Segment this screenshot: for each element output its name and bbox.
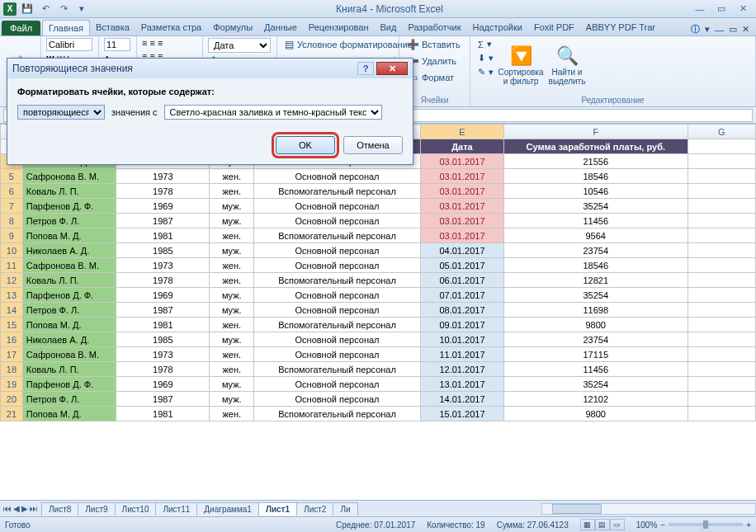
child-max-icon[interactable]: ▭ (729, 24, 737, 35)
align-top-icon[interactable]: ≡ (142, 38, 147, 48)
ribbon-tab[interactable]: Надстройки (467, 20, 528, 35)
cell[interactable]: 35254 (503, 199, 687, 214)
ribbon-tab[interactable]: Разработчик (402, 20, 466, 35)
cell[interactable] (687, 169, 755, 184)
cell[interactable]: 14.01.2017 (421, 392, 504, 407)
cell[interactable]: 03.01.2017 (421, 228, 504, 243)
cancel-button[interactable]: Отмена (343, 136, 403, 154)
align-mid-icon[interactable]: ≡ (149, 38, 154, 48)
dialog-titlebar[interactable]: Повторяющиеся значения ? ✕ (7, 59, 413, 78)
column-header[interactable]: F (503, 125, 687, 139)
cell[interactable] (687, 347, 755, 362)
find-select-button[interactable]: 🔍Найти и выделить (546, 38, 588, 94)
cell[interactable]: жен. (210, 318, 254, 332)
cell[interactable]: жен. (210, 169, 254, 184)
cell[interactable]: 11456 (503, 362, 687, 377)
zoom-slider[interactable] (669, 523, 743, 526)
row-header[interactable]: 16 (1, 332, 23, 347)
cell[interactable] (687, 377, 755, 392)
cell[interactable]: 15.01.2017 (421, 407, 504, 421)
horizontal-scrollbar[interactable] (541, 503, 756, 515)
autosum-button[interactable]: Σ ▾ (475, 38, 496, 50)
cell[interactable]: 12821 (503, 273, 687, 288)
cell[interactable]: муж. (210, 392, 254, 407)
cell[interactable]: 1969 (116, 199, 210, 214)
help-icon[interactable]: ⓘ (691, 23, 700, 35)
sheet-tab[interactable]: Лист1 (258, 502, 297, 516)
row-header[interactable]: 17 (1, 347, 23, 362)
cell[interactable]: 1981 (116, 228, 210, 243)
cell[interactable]: Основной персонал (254, 303, 421, 318)
sheet-tab[interactable]: Лист2 (296, 502, 333, 516)
cell[interactable] (687, 154, 755, 169)
cell[interactable]: 12102 (503, 392, 687, 407)
cell[interactable] (687, 243, 755, 258)
cell[interactable]: жен. (210, 184, 254, 199)
ribbon-tab[interactable]: Foxit PDF (528, 20, 580, 35)
maximize-icon[interactable]: ▭ (711, 2, 731, 16)
cell[interactable]: 11456 (503, 214, 687, 228)
zoom-in-icon[interactable]: + (746, 520, 751, 530)
ok-button[interactable]: OK (276, 136, 335, 154)
sort-filter-button[interactable]: 🔽Сортировка и фильтр (499, 38, 542, 94)
cell[interactable] (687, 407, 755, 421)
sheet-tab[interactable]: Лист9 (78, 502, 115, 516)
duplicate-type-select[interactable]: повторяющиеся (17, 105, 105, 120)
cell[interactable]: жен. (210, 258, 254, 273)
cell[interactable] (687, 303, 755, 318)
ribbon-tab[interactable]: Вставка (90, 20, 135, 35)
cell[interactable]: муж. (210, 303, 254, 318)
row-header[interactable]: 7 (1, 199, 23, 214)
cell[interactable]: муж. (210, 332, 254, 347)
cell[interactable]: жен. (210, 347, 254, 362)
sheet-tab[interactable]: Ли (333, 502, 357, 516)
cell[interactable]: 03.01.2017 (421, 154, 504, 169)
cell[interactable] (687, 184, 755, 199)
cell[interactable]: 1969 (116, 377, 210, 392)
table-header-cell[interactable]: Сумма заработной платы, руб. (503, 139, 687, 154)
cell[interactable]: 10546 (503, 184, 687, 199)
cell[interactable]: Вспомогательный персонал (254, 184, 421, 199)
cell[interactable]: 9564 (503, 228, 687, 243)
ribbon-tab[interactable]: Главная (42, 20, 90, 35)
row-header[interactable]: 15 (1, 318, 23, 332)
cell[interactable]: Основной персонал (254, 243, 421, 258)
ribbon-tab[interactable]: Вид (375, 20, 403, 35)
cell[interactable]: Основной персонал (254, 377, 421, 392)
cell[interactable]: 13.01.2017 (421, 377, 504, 392)
cell[interactable]: 17115 (503, 347, 687, 362)
undo-icon[interactable]: ↶ (38, 2, 53, 16)
last-sheet-icon[interactable]: ⏭ (30, 504, 38, 513)
cell[interactable]: Коваль Л. П. (22, 362, 116, 377)
ribbon-tab[interactable]: Данные (258, 20, 303, 35)
cell[interactable]: 06.01.2017 (421, 273, 504, 288)
sheet-tab[interactable]: Диаграмма1 (196, 502, 259, 516)
redo-icon[interactable]: ↷ (56, 2, 71, 16)
cell[interactable] (687, 362, 755, 377)
ribbon-tab[interactable]: Разметка стра (135, 20, 207, 35)
cell[interactable]: Вспомогательный персонал (254, 407, 421, 421)
pagebreak-view-icon[interactable]: ▭ (610, 519, 625, 530)
child-min-icon[interactable]: — (715, 25, 724, 35)
cell[interactable]: 1981 (116, 318, 210, 332)
table-header-cell[interactable]: Дата (421, 139, 504, 154)
cell[interactable]: Основной персонал (254, 199, 421, 214)
cell[interactable]: Основной персонал (254, 347, 421, 362)
row-header[interactable]: 12 (1, 273, 23, 288)
cell[interactable]: 03.01.2017 (421, 169, 504, 184)
cell[interactable]: 1978 (116, 184, 210, 199)
prev-sheet-icon[interactable]: ◀ (13, 504, 20, 513)
cell[interactable]: 1978 (116, 362, 210, 377)
cell[interactable]: 1973 (116, 169, 210, 184)
cell[interactable] (687, 199, 755, 214)
cell[interactable]: Основной персонал (254, 288, 421, 303)
cell[interactable] (687, 288, 755, 303)
cell[interactable]: Коваль Л. П. (22, 273, 116, 288)
cell[interactable]: 1973 (116, 258, 210, 273)
cell[interactable]: 9800 (503, 318, 687, 332)
cell[interactable]: Сафронова В. М. (22, 169, 116, 184)
cell[interactable]: Основной персонал (254, 392, 421, 407)
cell[interactable] (687, 332, 755, 347)
row-header[interactable]: 14 (1, 303, 23, 318)
cell[interactable]: 1987 (116, 303, 210, 318)
